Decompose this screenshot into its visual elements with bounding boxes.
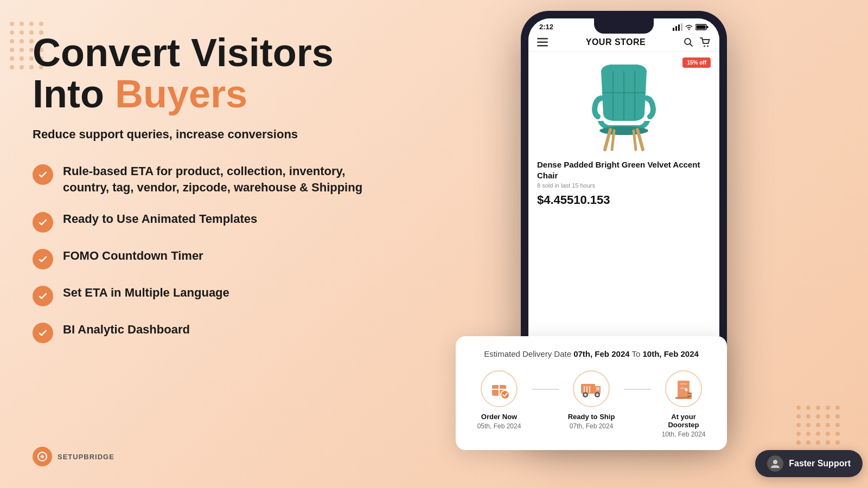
- discount-badge: 15% off: [682, 57, 711, 68]
- product-name: Dense Padded Bright Green Velvet Accent …: [537, 159, 711, 181]
- feature-text-1: Rule-based ETA for product, collection, …: [63, 163, 362, 195]
- delivery-step-2: Ready to Ship 07th, Feb 2024: [563, 370, 620, 430]
- tagline: Reduce support queries, increase convers…: [33, 127, 401, 142]
- delivery-title: Estimated Delivery Date 07th, Feb 2024 T…: [471, 348, 712, 359]
- delivery-steps: Order Now 05th, Feb 2024: [471, 370, 712, 438]
- svg-rect-7: [697, 25, 706, 29]
- svg-rect-10: [537, 45, 548, 47]
- svg-rect-2: [675, 26, 677, 31]
- check-icon-3: [33, 249, 53, 269]
- product-price: $4.45510.153: [537, 193, 711, 207]
- faster-support-badge[interactable]: Faster Support: [755, 450, 863, 477]
- svg-rect-8: [537, 38, 548, 40]
- svg-point-45: [773, 460, 777, 464]
- feature-item-3: FOMO Countdown Timer: [33, 248, 401, 269]
- delivery-date1: 07th, Feb 2024: [573, 349, 629, 358]
- headline-buyers: Buyers: [115, 72, 247, 115]
- svg-rect-30: [596, 387, 599, 390]
- svg-rect-41: [675, 397, 692, 399]
- step2-label: Ready to Ship: [568, 413, 615, 421]
- sold-info: 8 sold in last 15 hours: [537, 182, 711, 189]
- svg-line-12: [690, 44, 693, 47]
- step3-label: At your Doorstep: [655, 413, 712, 429]
- headline-into-prefix: Into: [33, 72, 115, 115]
- store-name: YOUR STORE: [586, 37, 646, 47]
- order-icon-wrap: [481, 370, 518, 407]
- logo-text: SETUPBRIDGE: [58, 453, 114, 461]
- phone-notch: [594, 18, 654, 34]
- check-icon-1: [33, 164, 53, 185]
- logo-area: SETUPBRIDGE: [33, 447, 114, 466]
- phone-wrapper: 2:12: [521, 11, 727, 434]
- svg-rect-9: [537, 42, 548, 43]
- feature-text-5: BI Analytic Dashboard: [63, 322, 190, 338]
- product-image: [537, 57, 711, 155]
- feature-text-2: Ready to Use Animated Templates: [63, 211, 257, 227]
- svg-point-42: [685, 389, 688, 391]
- svg-point-32: [584, 394, 587, 396]
- svg-rect-1: [673, 28, 674, 31]
- svg-rect-6: [707, 26, 709, 28]
- feature-item-5: BI Analytic Dashboard: [33, 322, 401, 343]
- feature-item-2: Ready to Use Animated Templates: [33, 211, 401, 233]
- check-icon-5: [33, 323, 53, 343]
- feature-text-4: Set ETA in Multiple Language: [63, 285, 229, 301]
- delivery-date2: 10th, Feb 2024: [642, 349, 698, 358]
- step2-date: 07th, Feb 2024: [570, 422, 614, 430]
- door-icon-wrap: [665, 370, 702, 407]
- status-icons: [673, 23, 709, 31]
- product-area: 15% off: [528, 52, 719, 213]
- step-connector-2: [624, 389, 651, 390]
- check-icon-2: [33, 212, 53, 233]
- svg-rect-4: [681, 23, 682, 31]
- check-icon-4: [33, 286, 53, 306]
- headline-line2: Into Buyers: [33, 74, 401, 115]
- step1-label: Order Now: [481, 413, 517, 421]
- delivery-step-3: At your Doorstep 10th, Feb 2024: [655, 370, 712, 438]
- store-icons: [684, 37, 711, 47]
- step-connector-1: [532, 389, 559, 390]
- delivery-card: Estimated Delivery Date 07th, Feb 2024 T…: [456, 336, 727, 450]
- svg-rect-29: [581, 384, 595, 394]
- decorative-dots-bottomright: [796, 406, 841, 445]
- logo-icon: [33, 447, 52, 466]
- store-header: YOUR STORE: [528, 33, 719, 52]
- left-content: Convert Visitors Into Buyers Reduce supp…: [33, 33, 401, 343]
- svg-rect-3: [678, 24, 680, 31]
- svg-point-13: [704, 46, 705, 47]
- svg-point-34: [596, 394, 599, 396]
- faster-support-label: Faster Support: [789, 459, 851, 468]
- step3-date: 10th, Feb 2024: [662, 431, 706, 438]
- user-icon: [767, 455, 783, 472]
- feature-item-4: Set ETA in Multiple Language: [33, 285, 401, 306]
- truck-icon-wrap: [573, 370, 610, 407]
- headline-line1: Convert Visitors: [33, 33, 401, 74]
- status-time: 2:12: [539, 23, 553, 31]
- step1-date: 05th, Feb 2024: [477, 422, 521, 430]
- delivery-step-1: Order Now 05th, Feb 2024: [471, 370, 527, 430]
- feature-item-1: Rule-based ETA for product, collection, …: [33, 163, 401, 195]
- features-list: Rule-based ETA for product, collection, …: [33, 163, 401, 343]
- feature-text-3: FOMO Countdown Timer: [63, 248, 203, 264]
- svg-point-14: [707, 46, 709, 47]
- svg-point-19: [599, 126, 648, 135]
